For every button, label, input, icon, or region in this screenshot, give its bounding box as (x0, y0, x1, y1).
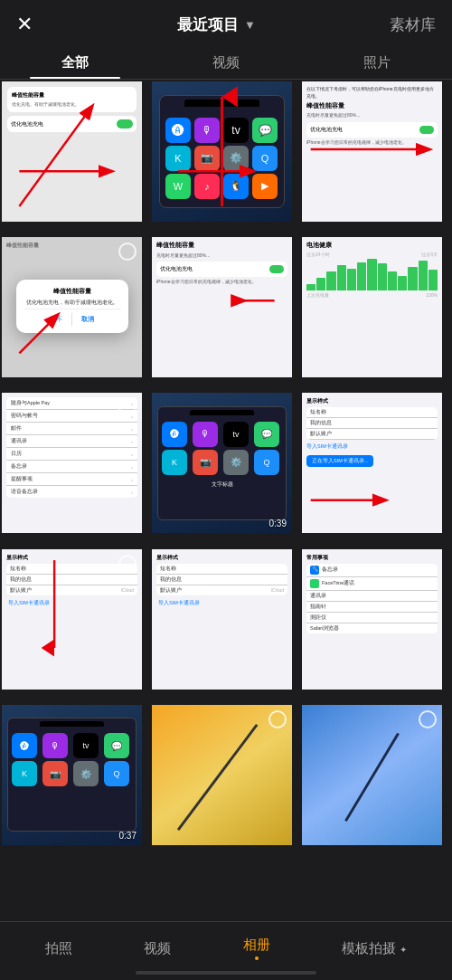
app-icon-13-1: 🅐 (12, 733, 37, 758)
black-arrow (152, 237, 292, 377)
grid-item-4[interactable]: 峰值性能容量 峰值性能容量 优化电池充电，有助于减缓电池老化。 暂不 取消 (2, 237, 142, 377)
bottom-tab-camera[interactable]: 拍照 (36, 937, 81, 961)
app-icon-13-3: tv (73, 733, 99, 758)
bottom-tab-video[interactable]: 视频 (135, 937, 180, 961)
album-label: 相册 (243, 937, 270, 952)
video-label: 视频 (144, 940, 171, 956)
app-icon-13-5: K (12, 761, 37, 786)
tab-photo[interactable]: 照片 (301, 45, 452, 79)
app-icon-8-2: 🎙 (193, 422, 218, 447)
video-duration: 0:39 (269, 519, 287, 528)
video-duration-13: 0:37 (119, 831, 137, 841)
grid-item-6[interactable]: 电池健康 过去24小时 过去5天 (302, 237, 442, 377)
red-arrow-right (302, 81, 442, 222)
bottom-tab-bar: 拍照 视频 相册 模板拍摄 ✦ (0, 922, 452, 971)
app-icon-13-2: 🎙 (42, 733, 68, 758)
app-icon-8-4: 💬 (254, 422, 279, 447)
grid-item-9[interactable]: 显示样式 短名称 我的信息 默认账户 导入SIM卡通讯录 正在导入SIM卡通讯录… (302, 393, 442, 533)
app-icon-8-1: 🅐 (162, 422, 187, 447)
sparkle-icon: ✦ (400, 945, 407, 955)
grid-item-15[interactable] (302, 705, 442, 845)
home-indicator (136, 971, 316, 975)
header: ✕ 最近项目 ▼ 素材库 (0, 0, 452, 45)
svg-line-10 (19, 319, 54, 354)
red-arrow-up (152, 81, 292, 222)
grid-item-7[interactable]: 随身与Apple Pay › 密码与帐号 › 邮件 › 通讯录 › (2, 393, 142, 533)
grid-item-2[interactable]: 🅐 🎙 tv 💬 K 📷 ⚙️ Q W ♪ 🐧 ▶ (152, 81, 292, 222)
grid-item-10[interactable]: 显示样式 短名称 我的信息 默认账户 iCloud 导入SIM卡通讯录 (2, 549, 142, 690)
grid-item-11[interactable]: 显示样式 短名称 我的信息 默认账户 iCloud 导入SIM卡通讯录 (152, 549, 292, 690)
bottom-tab-album[interactable]: 相册 (234, 933, 279, 964)
tab-all[interactable]: 全部 (0, 45, 151, 79)
app-icon-8-8: Q (254, 450, 279, 475)
app-icon-8-3: tv (223, 422, 249, 447)
sim-arrow (302, 393, 442, 533)
header-title-group: 最近项目 ▼ (177, 14, 256, 35)
tab-video[interactable]: 视频 (151, 45, 302, 79)
app-icon-8-7: ⚙️ (223, 450, 249, 475)
svg-line-18 (345, 733, 398, 821)
media-grid: 峰值性能容量 优化充电。有助于减缓电池老化。 优化电池充电 (0, 80, 452, 861)
app-icon-13-6: 📷 (42, 761, 68, 786)
app-icon-13-8: Q (104, 761, 129, 786)
close-button[interactable]: ✕ (16, 13, 43, 36)
grid-item-3[interactable]: 在以下情况下考虑时，可以帮助您在iPhone充电时使用更多地方充电。 峰值性能容… (302, 81, 442, 222)
diagonal-line-15 (302, 705, 442, 845)
app-icon-8-5: K (162, 450, 187, 475)
materials-button[interactable]: 素材库 (390, 14, 436, 35)
grid-item-12[interactable]: 常用事项 🔧 备忘录 FaceTime通话 (302, 549, 442, 690)
chevron-down-icon[interactable]: ▼ (244, 18, 256, 32)
app-icon-13-7: ⚙️ (73, 761, 99, 786)
template-label: 模板拍摄 (342, 940, 396, 956)
grid-item-13[interactable]: 🅐 🎙 tv 💬 K 📷 ⚙️ Q 0:37 (2, 705, 142, 845)
red-arrow-overlay (2, 81, 142, 222)
app-icon-13-4: 💬 (104, 733, 129, 758)
grid-item-14[interactable] (152, 705, 292, 845)
header-title: 最近项目 (177, 14, 239, 35)
diagonal-line-14 (152, 705, 292, 845)
app-icon-8-6: 📷 (193, 450, 218, 475)
select-circle-10[interactable] (118, 555, 137, 573)
svg-line-17 (178, 725, 257, 830)
svg-line-1 (19, 109, 89, 206)
grid-item-5[interactable]: 峰值性能容量 充电时尽量避免超过80%... 优化电池充电 iPhone会学习您… (152, 237, 292, 377)
grid-item-1[interactable]: 峰值性能容量 优化充电。有助于减缓电池老化。 优化电池充电 (2, 81, 142, 222)
grid-item-8[interactable]: 🅐 🎙 tv 💬 K 📷 ⚙️ Q 文字标题 0:39 (152, 393, 292, 533)
bottom-navigation: 拍照 视频 相册 模板拍摄 ✦ (0, 921, 452, 980)
battery-chart (306, 259, 438, 290)
tab-bar: 全部 视频 照片 (0, 45, 452, 80)
bottom-tab-template[interactable]: 模板拍摄 ✦ (333, 937, 416, 961)
camera-label: 拍照 (45, 940, 72, 956)
